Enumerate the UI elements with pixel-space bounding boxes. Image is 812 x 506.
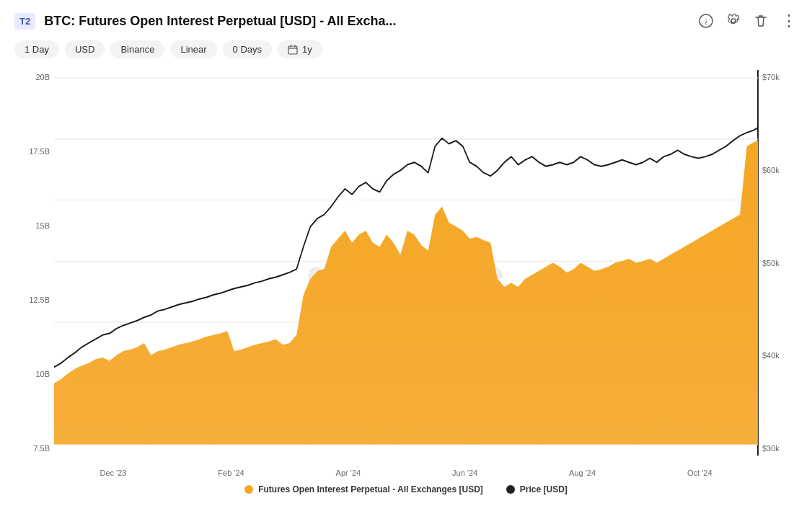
delete-icon[interactable] [754,14,768,28]
legend-item-2: Price [USD] [506,484,568,494]
y-right-1: $70k [758,73,798,81]
x-label-1: Dec '23 [100,469,126,477]
date-range-button[interactable]: 1y [278,40,322,58]
chart-svg-container: glassnode 20B 17.5B 15B 12.5B 10B 7.5B $… [14,70,798,477]
y-left-2: 17.5B [14,147,54,156]
svg-rect-2 [288,46,297,54]
tab-badge: T2 [14,13,35,30]
legend-dot-dark [506,485,515,494]
chart-area: glassnode 20B 17.5B 15B 12.5B 10B 7.5B $… [14,70,798,497]
svg-text:i: i [705,17,707,26]
y-right-5: $30k [758,444,798,453]
filter-linear[interactable]: Linear [170,40,216,58]
legend-dot-orange [244,485,253,494]
info-icon[interactable]: i [699,14,713,28]
y-left-1: 20B [14,73,54,81]
y-axis-left: 20B 17.5B 15B 12.5B 10B 7.5B [14,70,54,456]
legend-item-1: Futures Open Interest Perpetual - All Ex… [244,484,483,494]
chart-svg [54,70,758,456]
x-label-4: Jun '24 [452,469,477,477]
settings-icon[interactable] [726,14,741,28]
header-left: T2 BTC: Futures Open Interest Perpetual … [14,13,397,30]
page-title: BTC: Futures Open Interest Perpetual [US… [44,14,396,29]
y-right-3: $50k [758,259,798,267]
x-label-3: Apr '24 [336,469,361,477]
y-left-4: 12.5B [14,296,54,304]
x-label-6: Oct '24 [687,469,712,477]
more-icon[interactable]: ⋮ [781,12,798,30]
y-right-2: $60k [758,166,798,174]
calendar-icon [288,45,298,55]
header-icons: i ⋮ [699,12,798,30]
legend-label-2: Price [USD] [520,484,568,494]
chart-wrapper: glassnode 20B 17.5B 15B 12.5B 10B 7.5B $… [14,70,798,497]
page-container: T2 BTC: Futures Open Interest Perpetual … [0,0,812,506]
y-left-6: 7.5B [14,444,54,453]
chart-legend: Futures Open Interest Perpetual - All Ex… [14,484,798,497]
y-axis-right: $70k $60k $50k $40k $30k [758,70,798,456]
y-left-3: 15B [14,221,54,230]
x-label-2: Feb '24 [218,469,244,477]
x-label-5: Aug '24 [569,469,596,477]
header: T2 BTC: Futures Open Interest Perpetual … [14,12,798,30]
legend-label-1: Futures Open Interest Perpetual - All Ex… [258,484,483,494]
filter-1day[interactable]: 1 Day [14,40,59,58]
filter-usd[interactable]: USD [65,40,105,58]
date-range-label: 1y [302,44,312,55]
y-left-5: 10B [14,370,54,378]
x-axis: Dec '23 Feb '24 Apr '24 Jun '24 Aug '24 … [14,469,798,477]
filter-binance[interactable]: Binance [110,40,164,58]
y-right-4: $40k [758,351,798,360]
filter-0days[interactable]: 0 Days [223,40,272,58]
toolbar: 1 Day USD Binance Linear 0 Days 1y [14,40,798,58]
